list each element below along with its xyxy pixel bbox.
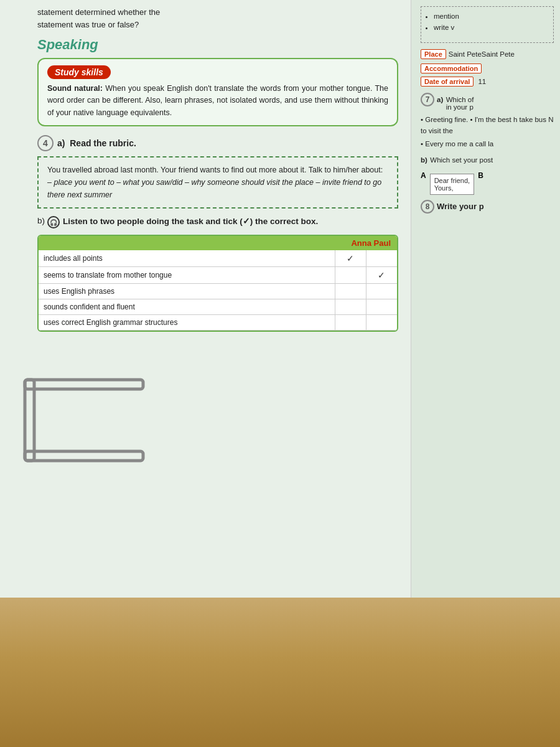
row-label-5: uses correct English grammar structures: [39, 315, 335, 331]
section-7b-label: b): [421, 156, 427, 164]
place-value-text: Saint Pete: [482, 50, 515, 58]
anna-check-1: ✓: [335, 250, 366, 267]
anna-paul-table: Anna Paul includes all points ✓ seems to…: [37, 235, 398, 332]
labels-section: Place Saint Pete Saint Pete Accommodatio…: [421, 49, 554, 87]
section-4a-label: a) Read the rubric.: [57, 138, 136, 148]
intro-line-2: statement was true or false?: [37, 19, 398, 31]
bullet-write: write v: [434, 22, 549, 33]
right-page: mention write v Place Saint Pete Saint P…: [411, 0, 560, 598]
place-value: Saint Pete: [449, 50, 482, 58]
paul-check-5: [366, 315, 397, 331]
section-7-header: 7 a) Which ofin your p: [421, 93, 554, 111]
dear-friend-line-2: Yours,: [434, 184, 470, 192]
table-row: sounds confident and fluent: [39, 299, 397, 315]
left-page: statement determined whether the stateme…: [0, 0, 411, 598]
section-number-7: 7: [421, 93, 434, 106]
activity-table: includes all points ✓ seems to translate…: [39, 250, 397, 331]
study-skills-content: Sound natural: When you speak English do…: [47, 83, 388, 119]
paul-check-1: [366, 250, 397, 267]
accommodation-label: Accommodation: [421, 63, 482, 73]
table-row: uses English phrases: [39, 284, 397, 299]
bullet-every: • Every mo me a call la: [421, 139, 554, 150]
svg-rect-2: [25, 451, 143, 461]
date-arrival-number: 1: [482, 78, 486, 85]
row-label-3: uses English phrases: [39, 284, 335, 299]
place-label: Place: [421, 49, 446, 59]
headphone-icon: 🎧: [47, 216, 60, 228]
section-4-header-row: 4 a) Read the rubric.: [37, 135, 398, 151]
anna-paul-header: Anna Paul: [39, 236, 397, 250]
section-8: 8 Write your p: [421, 200, 554, 214]
clip-svg: [19, 374, 156, 473]
section-7b-row: b) Which set your post: [421, 154, 554, 165]
intro-line-1: statement determined whether the: [37, 6, 398, 19]
date-arrival-row: Date of arrival 1 1: [421, 77, 554, 87]
row-label-4: sounds confident and fluent: [39, 299, 335, 315]
section-4b-row: b) 🎧 Listen to two people doing the task…: [37, 216, 398, 228]
section-8-text: Write your p: [437, 202, 484, 211]
section-7a-text: Which ofin your p: [446, 96, 474, 111]
section-7b-text: Which set your post: [430, 156, 493, 164]
bullet-greeting: • Greeting fine. • I'm the best h take b…: [421, 115, 554, 137]
bullet-mention: mention: [434, 11, 549, 22]
anna-check-4: [335, 299, 366, 315]
table-row: includes all points ✓: [39, 250, 397, 267]
table-row: uses correct English grammar structures: [39, 315, 397, 331]
section-number-8: 8: [421, 200, 434, 214]
content-area: statement determined whether the stateme…: [37, 6, 398, 332]
table-row: seems to translate from mother tongue ✓: [39, 267, 397, 284]
section-7: 7 a) Which ofin your p • Greeting fine. …: [421, 93, 554, 165]
paul-check-2: ✓: [366, 267, 397, 284]
intro-text: statement determined whether the stateme…: [37, 6, 398, 31]
wooden-table: [0, 598, 560, 747]
place-row: Place Saint Pete Saint Pete: [421, 49, 554, 59]
svg-rect-0: [25, 380, 143, 389]
page-container: statement determined whether the stateme…: [0, 0, 560, 598]
date-arrival-label: Date of arrival: [421, 77, 474, 87]
row-label-1: includes all points: [39, 250, 335, 267]
metal-clip: [19, 374, 156, 473]
paul-check-3: [366, 284, 397, 299]
anna-check-5: [335, 315, 366, 331]
letter-b: B: [478, 171, 483, 180]
section-4b-text: Listen to two people doing the task and …: [63, 216, 318, 226]
right-top-bullets: mention write v: [425, 11, 549, 34]
section-4b-label: b): [37, 216, 45, 225]
accommodation-row: Accommodation: [421, 62, 554, 73]
section-7a-label: a): [437, 96, 443, 103]
svg-rect-1: [25, 380, 34, 461]
anna-check-2: [335, 267, 366, 284]
rubric-box: You travelled abroad last month. Your fr…: [37, 156, 398, 209]
paul-check-4: [366, 299, 397, 315]
section-number-4: 4: [37, 135, 54, 151]
right-dashed-box: mention write v: [421, 6, 554, 43]
letter-boxes-row: A Dear friend, Yours, B: [421, 171, 554, 195]
dear-friend-line-1: Dear friend,: [434, 177, 470, 184]
study-skills-box: Study skills Sound natural: When you spe…: [37, 58, 398, 126]
letter-a: A: [421, 171, 426, 180]
anna-check-3: [335, 284, 366, 299]
section-4: 4 a) Read the rubric. You travelled abro…: [37, 135, 398, 332]
dear-friend-box: Dear friend, Yours,: [430, 174, 474, 195]
speaking-header: Speaking: [37, 37, 398, 53]
row-label-2: seems to translate from mother tongue: [39, 267, 335, 284]
section-7-bullets: • Greeting fine. • I'm the best h take b…: [421, 115, 554, 150]
study-skills-badge: Study skills: [47, 65, 111, 79]
